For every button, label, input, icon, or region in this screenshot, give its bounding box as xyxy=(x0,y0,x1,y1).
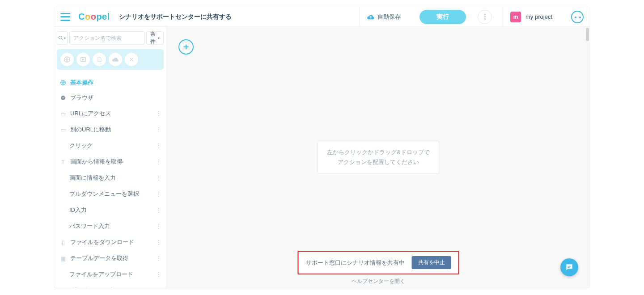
project-avatar-icon: m xyxy=(510,12,521,22)
plus-icon xyxy=(182,43,190,51)
svg-point-5 xyxy=(61,96,65,100)
text-icon: T xyxy=(59,159,67,165)
app-logo[interactable]: Coopel xyxy=(78,12,110,22)
chevron-up-icon xyxy=(59,95,67,101)
table-icon: ▦ xyxy=(59,255,67,262)
category-basic[interactable]: 基本操作 xyxy=(57,75,164,90)
action-click[interactable]: クリック⋮ xyxy=(57,138,164,154)
run-button[interactable]: 実行 xyxy=(419,10,466,24)
svg-line-1 xyxy=(62,39,63,40)
category-label: ブラウザ xyxy=(70,94,93,102)
add-node-button[interactable] xyxy=(178,39,194,55)
filter-file-icon[interactable] xyxy=(93,53,106,66)
action-table-data[interactable]: ▦テーブルデータを取得⋮ xyxy=(57,250,164,266)
help-center-link[interactable]: ヘルプセンターを開く xyxy=(352,278,405,285)
stop-share-button[interactable]: 共有を中止 xyxy=(412,256,451,269)
filter-excel-icon[interactable] xyxy=(76,53,90,66)
action-input-screen-info[interactable]: 画面に情報を入力⋮ xyxy=(57,170,164,186)
canvas-placeholder: 左からクリックかドラッグ&ドロップで アクションを配置してください xyxy=(318,141,439,174)
window-icon: ▭ xyxy=(59,126,67,133)
action-url-move[interactable]: ▭別のURLに移動⋮ xyxy=(57,122,164,138)
app-header: Coopel シナリオをサポートセンターに共有する 自動保存 実行 m my p… xyxy=(54,7,590,27)
action-file-download[interactable]: ▯ファイルをダウンロード⋮ xyxy=(57,234,164,250)
action-confirm-dialog[interactable]: 確認ダイアログ操作⋮ xyxy=(57,282,164,288)
action-password-input[interactable]: パスワード入力⋮ xyxy=(57,218,164,234)
condition-filter-button[interactable]: 条件▾ xyxy=(146,31,164,45)
window-icon: ▭ xyxy=(59,110,67,117)
project-selector[interactable]: m my project xyxy=(503,7,559,26)
robot-icon[interactable] xyxy=(571,11,584,23)
canvas-scrollbar[interactable] xyxy=(585,27,590,288)
vertical-dots-icon xyxy=(484,14,486,20)
chat-icon xyxy=(565,263,574,272)
search-icon xyxy=(58,35,64,41)
share-status-text: サポート窓口にシナリオ情報を共有中 xyxy=(306,259,405,267)
action-search-input[interactable] xyxy=(69,31,144,45)
file-icon: ▯ xyxy=(59,239,67,246)
scenario-canvas[interactable]: 左からクリックかドラッグ&ドロップで アクションを配置してください サポート窓口… xyxy=(167,27,590,288)
chat-fab-button[interactable] xyxy=(560,258,578,276)
share-status-bar: サポート窓口にシナリオ情報を共有中 共有を中止 xyxy=(298,251,459,274)
type-filter-bar xyxy=(57,49,164,70)
menu-hamburger-icon[interactable] xyxy=(60,13,70,21)
autosave-label: 自動保存 xyxy=(377,13,401,21)
action-file-upload[interactable]: ファイルをアップロード⋮ xyxy=(57,266,164,282)
filter-cloud-icon[interactable] xyxy=(109,53,122,66)
filter-web-icon[interactable] xyxy=(60,53,74,66)
scenario-title: シナリオをサポートセンターに共有する xyxy=(119,13,232,21)
project-name-label: my project xyxy=(525,13,552,20)
action-pulldown-select[interactable]: プルダウンメニューを選択⋮ xyxy=(57,186,164,202)
category-label: 基本操作 xyxy=(70,79,93,87)
autosave-indicator[interactable]: 自動保存 xyxy=(359,7,408,26)
action-url-access[interactable]: ▭URLにアクセス⋮ xyxy=(57,105,164,122)
action-get-screen-info[interactable]: T画面から情報を取得⋮ xyxy=(57,154,164,170)
search-button[interactable]: ▾ xyxy=(57,31,68,45)
svg-point-0 xyxy=(59,36,62,39)
action-id-input[interactable]: ID入力⋮ xyxy=(57,202,164,218)
cloud-upload-icon xyxy=(367,14,375,20)
globe-icon xyxy=(59,80,67,86)
filter-tools-icon[interactable] xyxy=(125,53,138,66)
category-browser[interactable]: ブラウザ xyxy=(57,90,164,105)
action-sidebar: ▾ 条件▾ 基本操作 xyxy=(54,27,167,288)
more-options-button[interactable] xyxy=(478,10,492,24)
